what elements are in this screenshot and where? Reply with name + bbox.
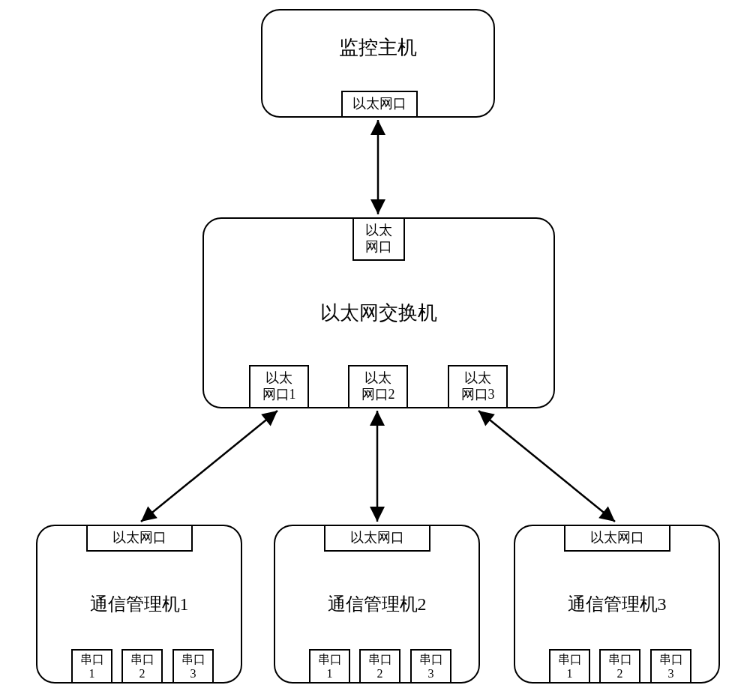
comm1-serial-2: 串口 2 bbox=[122, 649, 163, 684]
comm3-title: 通信管理机3 bbox=[515, 592, 718, 616]
switch-port-2-label: 以太 网口2 bbox=[362, 370, 395, 402]
comm1-serial-3-label: 串口 3 bbox=[182, 652, 206, 681]
switch-port-3-label: 以太 网口3 bbox=[461, 370, 495, 402]
comm1-serial-2-label: 串口 2 bbox=[130, 652, 154, 681]
comm2-serial-2-label: 串口 2 bbox=[368, 652, 392, 681]
switch-port-3: 以太 网口3 bbox=[448, 365, 508, 408]
comm-manager-3-node: 以太网口 通信管理机3 串口 1 串口 2 串口 3 bbox=[514, 525, 720, 684]
monitor-host-title: 监控主机 bbox=[262, 34, 494, 61]
comm3-serial-2-label: 串口 2 bbox=[608, 652, 632, 681]
line-switch-comm1 bbox=[141, 411, 278, 522]
monitor-eth-port-label: 以太网口 bbox=[352, 96, 406, 112]
comm2-serial-3-label: 串口 3 bbox=[419, 652, 443, 681]
comm1-eth-port-label: 以太网口 bbox=[112, 530, 166, 546]
comm3-serial-2: 串口 2 bbox=[599, 649, 640, 684]
comm2-eth-port-label: 以太网口 bbox=[350, 530, 404, 546]
comm2-title: 通信管理机2 bbox=[275, 592, 478, 616]
switch-port-1: 以太 网口1 bbox=[249, 365, 309, 408]
comm3-serial-1: 串口 1 bbox=[549, 649, 590, 684]
comm3-serial-3-label: 串口 3 bbox=[659, 652, 683, 681]
monitor-host-node: 监控主机 以太网口 bbox=[261, 9, 495, 118]
comm1-serial-1-label: 串口 1 bbox=[80, 652, 104, 681]
comm1-eth-port: 以太网口 bbox=[86, 525, 193, 552]
comm-manager-2-node: 以太网口 通信管理机2 串口 1 串口 2 串口 3 bbox=[274, 525, 480, 684]
line-switch-comm3 bbox=[478, 411, 615, 522]
comm1-title: 通信管理机1 bbox=[38, 592, 241, 616]
comm1-serial-3: 串口 3 bbox=[172, 649, 214, 684]
switch-title: 以太网交换机 bbox=[204, 300, 554, 326]
switch-port-2: 以太 网口2 bbox=[348, 365, 408, 408]
switch-top-port: 以太 网口 bbox=[352, 217, 405, 261]
comm3-eth-port-label: 以太网口 bbox=[590, 530, 644, 546]
comm1-serial-1: 串口 1 bbox=[71, 649, 112, 684]
comm3-eth-port: 以太网口 bbox=[564, 525, 670, 552]
comm-manager-1-node: 以太网口 通信管理机1 串口 1 串口 2 串口 3 bbox=[36, 525, 242, 684]
comm2-serial-1: 串口 1 bbox=[309, 649, 350, 684]
monitor-eth-port: 以太网口 bbox=[341, 91, 418, 118]
ethernet-switch-node: 以太 网口 以太网交换机 以太 网口1 以太 网口2 以太 网口3 bbox=[202, 217, 555, 408]
comm3-serial-1-label: 串口 1 bbox=[558, 652, 582, 681]
switch-top-port-label: 以太 网口 bbox=[365, 223, 392, 255]
comm2-serial-1-label: 串口 1 bbox=[318, 652, 342, 681]
switch-port-1-label: 以太 网口1 bbox=[262, 370, 296, 402]
comm2-eth-port: 以太网口 bbox=[324, 525, 430, 552]
comm2-serial-2: 串口 2 bbox=[359, 649, 400, 684]
comm3-serial-3: 串口 3 bbox=[650, 649, 692, 684]
comm2-serial-3: 串口 3 bbox=[410, 649, 452, 684]
